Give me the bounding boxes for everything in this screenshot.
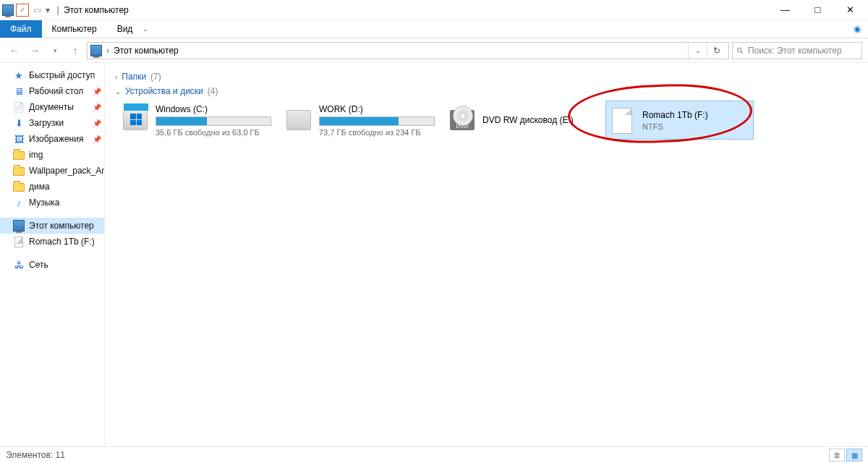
menubar: Файл Компьютер Вид ⌄ ◉ bbox=[0, 20, 868, 38]
titlebar-divider: | bbox=[55, 5, 61, 15]
addressbar: ← → ▾ ↑ › Этот компьютер ⌄ ↻ ⚲ Поиск: Эт… bbox=[0, 38, 868, 63]
address-path[interactable]: › Этот компьютер ⌄ ↻ bbox=[87, 42, 729, 59]
tree-desktop[interactable]: 🖥Рабочий стол📌 bbox=[0, 83, 104, 99]
star-icon: ★ bbox=[13, 69, 25, 81]
status-items-count: 11 bbox=[56, 450, 65, 460]
network-icon: 🖧 bbox=[13, 259, 25, 271]
hdd-icon bbox=[286, 110, 311, 130]
tree-documents[interactable]: 📄Документы📌 bbox=[0, 99, 104, 115]
status-items-label: Элементов: bbox=[6, 450, 53, 460]
minimize-button[interactable]: — bbox=[769, 0, 801, 20]
nav-up-button[interactable]: ↑ bbox=[67, 42, 84, 59]
close-button[interactable]: ✕ bbox=[834, 0, 867, 20]
section-folders-header[interactable]: › Папки (7) bbox=[115, 72, 854, 82]
search-icon: ⚲ bbox=[734, 44, 746, 56]
statusbar: Элементов: 11 ≣ ▦ bbox=[0, 446, 868, 463]
thispc-icon bbox=[90, 45, 102, 56]
drive-d-label: WORK (D:) bbox=[319, 104, 438, 114]
drive-d-usage-bar bbox=[319, 116, 435, 126]
pin-icon: 📌 bbox=[93, 103, 101, 111]
drive-d-free: 73,7 ГБ свободно из 234 ГБ bbox=[319, 128, 438, 137]
refresh-button[interactable]: ↻ bbox=[707, 43, 726, 59]
path-location[interactable]: Этот компьютер bbox=[114, 46, 179, 56]
pictures-icon: 🖼 bbox=[13, 133, 25, 145]
tree-romach-drive[interactable]: Romach 1Tb (F:) bbox=[0, 234, 104, 250]
menu-view[interactable]: Вид bbox=[107, 20, 143, 38]
drive-e[interactable]: DVD DVD RW дисковод (E:) bbox=[446, 101, 591, 140]
tree-downloads[interactable]: ⬇Загрузки📌 bbox=[0, 115, 104, 131]
app-icon bbox=[1, 4, 14, 17]
tree-network[interactable]: 🖧Сеть bbox=[0, 257, 104, 273]
drive-f-fs: NTFS bbox=[642, 122, 750, 131]
pin-icon: 📌 bbox=[93, 88, 101, 95]
drive-f-label: Romach 1Tb (F:) bbox=[642, 110, 750, 120]
tree-folder-img[interactable]: img bbox=[0, 147, 104, 163]
drive-d[interactable]: WORK (D:) 73,7 ГБ свободно из 234 ГБ bbox=[283, 101, 441, 140]
help-icon[interactable]: ◉ bbox=[846, 20, 868, 38]
qat-separator: ▾ bbox=[45, 5, 51, 15]
maximize-button[interactable]: □ bbox=[801, 0, 834, 20]
dvd-icon: DVD bbox=[450, 110, 475, 130]
drive-e-label: DVD RW дисковод (E:) bbox=[482, 115, 588, 125]
nav-back-button[interactable]: ← bbox=[6, 42, 23, 59]
menu-computer[interactable]: Компьютер bbox=[42, 20, 107, 38]
folder-icon bbox=[13, 165, 25, 177]
nav-recent-dropdown[interactable]: ▾ bbox=[46, 42, 64, 59]
search-input[interactable]: ⚲ Поиск: Этот компьютер bbox=[732, 42, 862, 59]
folder-icon bbox=[13, 149, 25, 161]
qat-properties-icon[interactable]: ✓ bbox=[16, 4, 29, 17]
drive-f[interactable]: Romach 1Tb (F:) NTFS bbox=[605, 101, 754, 140]
tree-pictures[interactable]: 🖼Изображения📌 bbox=[0, 131, 104, 147]
drive-c-label: Windows (C:) bbox=[156, 104, 274, 114]
path-dropdown-button[interactable]: ⌄ bbox=[688, 43, 707, 59]
tree-music[interactable]: ♪Музыка bbox=[0, 195, 104, 211]
drive-c[interactable]: Windows (C:) 35,6 ГБ свободно из 63,0 ГБ bbox=[119, 101, 277, 140]
tree-quick-access[interactable]: ★Быстрый доступ bbox=[0, 67, 104, 83]
documents-icon: 📄 bbox=[13, 101, 25, 113]
view-details-button[interactable]: ≣ bbox=[829, 449, 845, 462]
folder-icon bbox=[13, 181, 25, 192]
drive-icon bbox=[13, 236, 25, 247]
nav-forward-button[interactable]: → bbox=[26, 42, 43, 59]
desktop-icon: 🖥 bbox=[13, 85, 25, 97]
search-placeholder: Поиск: Этот компьютер bbox=[748, 46, 842, 56]
blank-drive-icon bbox=[612, 108, 632, 134]
qat-newfolder-icon[interactable]: ▭ bbox=[30, 4, 43, 17]
music-icon: ♪ bbox=[13, 197, 25, 208]
drive-c-usage-bar bbox=[156, 116, 271, 126]
tree-this-pc[interactable]: Этот компьютер bbox=[0, 218, 104, 234]
path-chevron-icon: › bbox=[106, 46, 109, 56]
titlebar: ✓ ▭ ▾ | Этот компьютер — □ ✕ bbox=[0, 0, 868, 20]
ribbon-expand-icon[interactable]: ⌄ bbox=[142, 25, 148, 33]
chevron-down-icon: ⌄ bbox=[115, 88, 121, 95]
view-tiles-button[interactable]: ▦ bbox=[846, 449, 862, 462]
nav-tree[interactable]: ★Быстрый доступ 🖥Рабочий стол📌 📄Документ… bbox=[0, 63, 105, 446]
section-drives-header[interactable]: ⌄ Устройства и диски (4) bbox=[115, 86, 854, 96]
pin-icon: 📌 bbox=[93, 135, 101, 143]
pin-icon: 📌 bbox=[93, 119, 101, 127]
downloads-icon: ⬇ bbox=[13, 117, 25, 129]
content-pane: › Папки (7) ⌄ Устройства и диски (4) Win… bbox=[105, 63, 868, 446]
drive-c-free: 35,6 ГБ свободно из 63,0 ГБ bbox=[156, 128, 274, 137]
chevron-right-icon: › bbox=[115, 73, 117, 81]
tree-folder-dima[interactable]: дима bbox=[0, 179, 104, 195]
thispc-icon bbox=[13, 220, 25, 232]
windows-drive-icon bbox=[123, 110, 148, 130]
tree-folder-wallpaper[interactable]: Wallpaper_pack_An bbox=[0, 163, 104, 179]
menu-file[interactable]: Файл bbox=[0, 20, 42, 38]
window-title: Этот компьютер bbox=[64, 5, 129, 15]
